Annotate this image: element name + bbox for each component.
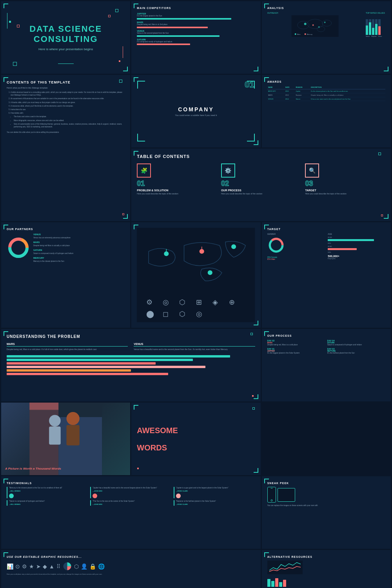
- svg-rect-43: [67, 425, 80, 445]
- problem-bars: [7, 355, 255, 375]
- svg-text:◻: ◻: [163, 310, 169, 318]
- svg-point-40: [49, 415, 61, 427]
- svg-point-5: [304, 23, 306, 25]
- competitor-venus: VENUS Venus is the second planet from th…: [137, 30, 255, 37]
- toc-icon-3: 🔍: [305, 163, 319, 178]
- competitor-saturn: SATURN It's composed mostly of hydrogen …: [137, 38, 255, 45]
- slide-competitors: MAIN COMPETITORS JUPITER It is the large…: [131, 1, 260, 74]
- slide-sneak: SNEAK PEEK You can replace the images on…: [262, 476, 391, 549]
- slide-company: 01 COMPANY You could enter a subtitle he…: [131, 75, 260, 147]
- svg-text:Mercury: Mercury: [307, 33, 312, 35]
- slide-analysis: ANALYSIS OUTREACH: [262, 1, 391, 74]
- table-row: MERCURY 2010 Jupiter It's the closest pl…: [267, 89, 385, 93]
- slide-process: OUR PROCESS DAY 02 MARS Despite being re…: [262, 329, 391, 401]
- partner-mercury: MERCURY Mercury is the closest planet to…: [33, 256, 73, 263]
- process-title: OUR PROCESS: [267, 334, 385, 337]
- contents-intro: Here's what you'll find in this Slidesgo…: [7, 87, 125, 89]
- svg-point-8: [318, 26, 319, 28]
- device-mockups: [267, 487, 385, 503]
- ring-chart: [7, 236, 30, 260]
- testimonial-5: "The Sun is the star at the center of th…: [90, 500, 172, 506]
- photo-caption: A Picture is Worth a Thousand Words: [5, 467, 61, 470]
- partner-mars: MARS Despite being red Mars is actually …: [33, 241, 73, 247]
- testimonial-grid: "Mercury is the closest planet to the Su…: [7, 487, 255, 506]
- tablet-mockup: [278, 488, 295, 502]
- testimonial-2: "Jupiter has a beautiful name and is the…: [90, 487, 172, 498]
- toc-title: TABLE OF CONTENTS: [137, 154, 385, 159]
- svg-text:⊞: ⊞: [196, 298, 202, 306]
- problem-mars: MARS Despite being red, Mars is a cold p…: [7, 343, 128, 351]
- slide-partners: OUR PARTNERS VENUS Venus has an extremel…: [1, 222, 130, 328]
- awards-title: AWARDS: [267, 80, 385, 83]
- icon-gear: ⚙: [22, 563, 27, 570]
- alt-resources-title: ALTERNATIVE RESOURCES: [267, 555, 385, 558]
- slide-awards: AWARDS NAME DATE REASON DESCRIPTION MERC…: [262, 75, 391, 147]
- svg-point-22: [231, 244, 236, 249]
- analysis-outreach: OUTREACH Mars: [267, 12, 363, 38]
- partners-content: VENUS Venus has an extremely poisonous a…: [7, 233, 125, 263]
- svg-text:◎: ◎: [196, 310, 202, 318]
- awesome-word1: AWESOME: [137, 426, 255, 435]
- slide-resources: Use our editable graphic resources... 📊 …: [1, 550, 261, 588]
- sneak-desc: You can replace the images on these scre…: [267, 505, 385, 506]
- svg-text:Mars: Mars: [297, 33, 300, 35]
- contents-footer: You can delete this slide when you're do…: [7, 131, 125, 133]
- age-col: AGE 20-39 80% 40-60 50% 500,000+ Employe…: [328, 233, 385, 260]
- icon-dots: ⠿: [56, 563, 60, 570]
- competitor-mars: MARS Despite being red, Mars is in 2nd p…: [137, 21, 255, 28]
- awesome-word2: WORDS: [137, 443, 255, 452]
- svg-point-6: [312, 24, 314, 26]
- slide-hero: DATA SCIENCE CONSULTING Here is where yo…: [1, 1, 130, 74]
- icon-chart: 📊: [7, 563, 13, 570]
- partner-venus: VENUS Venus has an extremely poisonous a…: [33, 233, 73, 239]
- partner-saturn: SATURN Saturn is composed mostly of hydr…: [33, 249, 73, 255]
- slide-contents: CONTENTS OF THIS TEMPLATE Here's what yo…: [1, 75, 130, 221]
- problem-venus: VENUS Venus has a beautiful name and is …: [134, 343, 255, 351]
- icon-circle: ⊙: [15, 563, 20, 570]
- awards-table: NAME DATE REASON DESCRIPTION MERCURY 201…: [267, 85, 385, 101]
- testimonials-title: TESTIMONIALS: [7, 482, 255, 485]
- analysis-top-rated: TOP RATED VALUES: [366, 12, 385, 38]
- process-grid: DAY 02 MARS Despite being red, Mars is a…: [267, 339, 385, 354]
- icon-lock: 🔒: [89, 563, 96, 570]
- sneak-title: SNEAK PEEK: [267, 482, 385, 485]
- line-chart: [267, 561, 303, 574]
- svg-text:⬡: ⬡: [180, 298, 186, 306]
- company-title: COMPANY: [178, 106, 214, 113]
- gender-col: GENDER 35% Female 65% Male: [267, 233, 325, 260]
- testimonial-3: "Jupiter is a gas giant and is the large…: [174, 487, 255, 498]
- slide-photo: A Picture is Worth a Thousand Words: [1, 403, 130, 475]
- svg-rect-41: [49, 426, 61, 445]
- icon-triangle: ▲: [49, 563, 54, 570]
- process-day3: DAY 01 JUPITER It's the biggest planet i…: [267, 348, 325, 354]
- partners-title: OUR PARTNERS: [7, 228, 125, 230]
- alt-charts: [267, 561, 385, 588]
- svg-rect-44: [29, 403, 58, 410]
- resource-icons: 📊 ⊙ ⚙ ★ ➤ ◆ ▲ ⠿ ⬡ 👤 🔒 🌐: [7, 561, 255, 571]
- svg-point-11: [304, 33, 306, 35]
- table-row: VENUS 2014 Saturn It has a nice name and…: [267, 97, 385, 101]
- process-day2: DAY 04 SATURN Saturn is composed of hydr…: [327, 339, 385, 346]
- toc-item-1: 🧩 01 PROBLEM & SOLUTION Here you could d…: [137, 163, 217, 195]
- testimonial-1: "Mercury is the closest planet to the Su…: [7, 487, 88, 498]
- toc-icon-1: 🧩: [137, 163, 151, 178]
- slide-alt-resources: ALTERNATIVE RESOURCES: [262, 550, 391, 588]
- svg-text:◈: ◈: [212, 298, 218, 306]
- analysis-title: ANALYSIS: [267, 7, 385, 9]
- svg-point-42: [67, 412, 80, 425]
- gender-chart: [267, 236, 285, 254]
- slide-toc: TABLE OF CONTENTS 🧩 01 PROBLEM & SOLUTIO…: [131, 149, 391, 221]
- icon-person: 👤: [81, 563, 87, 570]
- svg-text:⬤: ⬤: [146, 310, 154, 318]
- icon-star: ★: [29, 563, 34, 570]
- slide-target: TARGET GENDER 35% Female 65% Male AGE 20…: [262, 222, 391, 328]
- svg-rect-39: [58, 417, 102, 475]
- process-day4: DAY 03 NEPTUNE It's the farthest planet …: [327, 348, 385, 354]
- contents-list: A slide structure based on a consulting …: [7, 91, 125, 128]
- slide-map: ⚙ ◎ ⬡ ⊞ ◈ ⊕ ⬤ ◻ ⬡ ◎: [131, 222, 260, 328]
- icon-hexagon: ⬡: [74, 563, 79, 570]
- hero-subtitle: Here is where your presentation begins: [38, 47, 93, 51]
- resources-title: Use our editable graphic resources...: [7, 555, 255, 558]
- svg-text:⊕: ⊕: [229, 298, 235, 306]
- toc-item-2: ⚙️ 02 OUR PROCESS Here you could describ…: [221, 163, 301, 195]
